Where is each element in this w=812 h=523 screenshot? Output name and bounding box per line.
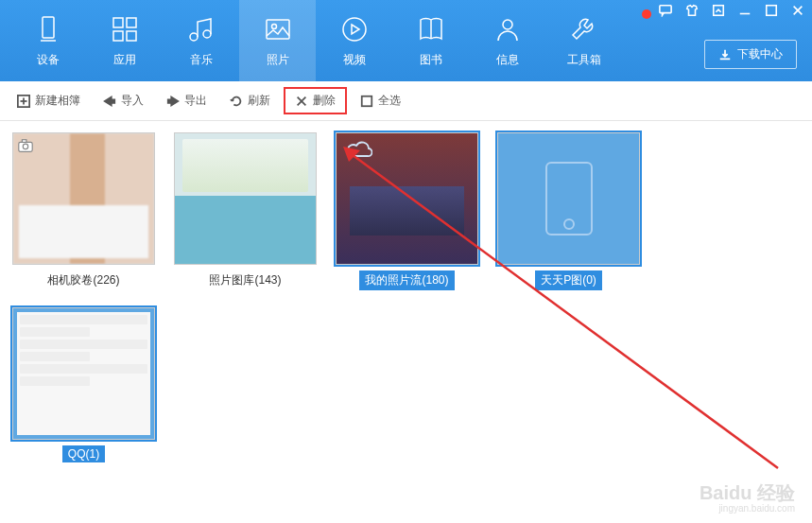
tb-label: 导出 bbox=[184, 93, 207, 109]
delete-icon bbox=[295, 95, 308, 108]
album-qq[interactable]: QQ(1) bbox=[11, 307, 156, 462]
nav-books[interactable]: 图书 bbox=[392, 0, 469, 81]
album-thumb bbox=[174, 132, 317, 265]
album-photo-library[interactable]: 照片图库(143) bbox=[173, 132, 318, 290]
svg-rect-8 bbox=[267, 20, 289, 39]
album-camera-roll[interactable]: 相机胶卷(226) bbox=[11, 132, 156, 290]
nav-video[interactable]: 视频 bbox=[316, 0, 392, 81]
download-icon bbox=[718, 48, 732, 61]
album-label: 我的照片流(180) bbox=[359, 270, 454, 290]
nav-label: 信息 bbox=[496, 52, 519, 68]
import-button[interactable]: 导入 bbox=[94, 87, 153, 114]
phone-placeholder-icon bbox=[545, 162, 593, 235]
svg-point-9 bbox=[271, 24, 276, 28]
album-ttpt[interactable]: 天天P图(0) bbox=[496, 132, 641, 290]
toolbar: 新建相簿 导入 导出 刷新 删除 全选 bbox=[0, 81, 812, 121]
nav-contacts[interactable]: 信息 bbox=[469, 0, 545, 81]
comment-icon[interactable] bbox=[659, 4, 672, 17]
tb-label: 刷新 bbox=[248, 93, 270, 109]
shirt-icon[interactable] bbox=[685, 4, 699, 17]
camera-icon bbox=[17, 137, 34, 154]
nav-label: 音乐 bbox=[190, 52, 213, 68]
album-thumb bbox=[336, 132, 478, 265]
notification-dot bbox=[642, 9, 651, 19]
svg-rect-23 bbox=[362, 96, 372, 106]
svg-rect-15 bbox=[767, 6, 777, 16]
svg-rect-3 bbox=[127, 18, 136, 27]
tb-label: 删除 bbox=[313, 93, 336, 109]
album-label: 照片图库(143) bbox=[203, 270, 286, 290]
export-button[interactable]: 导出 bbox=[157, 87, 216, 114]
album-label: 相机胶卷(226) bbox=[42, 270, 125, 290]
svg-rect-4 bbox=[113, 31, 123, 41]
album-thumb bbox=[497, 132, 640, 265]
watermark: Baidu 经验 jingyan.baidu.com bbox=[700, 482, 795, 514]
plus-icon bbox=[17, 95, 30, 108]
nav-tools[interactable]: 工具箱 bbox=[545, 0, 622, 81]
new-album-button[interactable]: 新建相簿 bbox=[8, 87, 90, 114]
feedback-icon[interactable] bbox=[712, 4, 725, 17]
window-controls bbox=[659, 4, 804, 17]
nav-music[interactable]: 音乐 bbox=[163, 0, 239, 81]
tb-label: 全选 bbox=[378, 93, 401, 109]
nav-device[interactable]: 设备 bbox=[9, 0, 86, 81]
refresh-button[interactable]: 刷新 bbox=[220, 87, 280, 114]
top-nav: 设备 应用 音乐 照片 视频 图书 信息 工具箱 下载中心 bbox=[0, 0, 812, 81]
nav-apps[interactable]: 应用 bbox=[86, 0, 163, 81]
svg-point-10 bbox=[343, 18, 366, 41]
cloud-icon bbox=[346, 141, 372, 160]
album-thumb bbox=[12, 307, 155, 440]
nav-label: 应用 bbox=[113, 52, 136, 68]
refresh-icon bbox=[230, 95, 243, 108]
svg-point-7 bbox=[203, 30, 211, 38]
svg-rect-12 bbox=[660, 6, 671, 13]
svg-rect-26 bbox=[22, 140, 26, 143]
close-icon[interactable] bbox=[791, 4, 804, 17]
nav-label: 工具箱 bbox=[567, 52, 601, 68]
delete-button[interactable]: 删除 bbox=[284, 87, 347, 114]
album-label: 天天P图(0) bbox=[535, 270, 602, 290]
checkbox-icon bbox=[360, 95, 373, 108]
nav-label: 设备 bbox=[37, 52, 60, 68]
nav-photos[interactable]: 照片 bbox=[239, 0, 316, 81]
svg-point-25 bbox=[23, 144, 27, 148]
svg-rect-2 bbox=[113, 18, 123, 27]
minimize-icon[interactable] bbox=[738, 4, 752, 17]
nav-label: 图书 bbox=[420, 52, 442, 68]
nav-label: 照片 bbox=[267, 52, 289, 68]
album-grid: 相机胶卷(226) 照片图库(143) 我的照片流(180) 天天P图(0) Q… bbox=[0, 121, 812, 474]
svg-point-11 bbox=[503, 20, 512, 29]
svg-rect-5 bbox=[127, 31, 136, 41]
select-all-button[interactable]: 全选 bbox=[351, 87, 410, 114]
album-label: QQ(1) bbox=[62, 445, 105, 462]
tb-label: 新建相簿 bbox=[35, 93, 80, 109]
export-icon bbox=[166, 95, 180, 108]
nav-label: 视频 bbox=[343, 52, 366, 68]
album-thumb bbox=[12, 132, 155, 265]
maximize-icon[interactable] bbox=[765, 4, 778, 17]
download-label: 下载中心 bbox=[737, 46, 783, 62]
album-photo-stream[interactable]: 我的照片流(180) bbox=[335, 132, 479, 290]
download-center-button[interactable]: 下载中心 bbox=[704, 40, 797, 69]
tb-label: 导入 bbox=[121, 93, 144, 109]
svg-rect-0 bbox=[43, 17, 54, 38]
import-icon bbox=[103, 95, 116, 108]
svg-point-6 bbox=[190, 33, 198, 41]
